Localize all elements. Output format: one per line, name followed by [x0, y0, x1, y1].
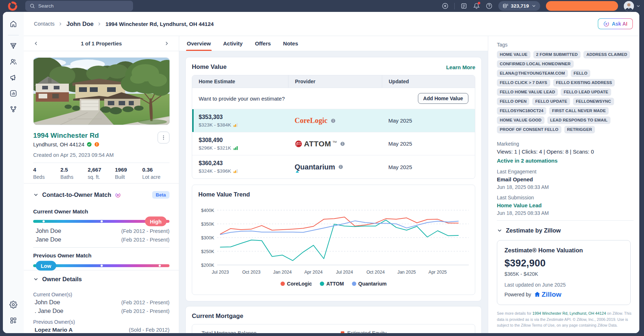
- help-icon[interactable]: [486, 3, 493, 9]
- confidence-bars-icon: [233, 123, 238, 127]
- automations-link[interactable]: Active in 2 automations: [497, 158, 634, 164]
- tag-pill[interactable]: FELLONEWSYNC: [573, 98, 614, 105]
- tag-pill[interactable]: FELLO: [571, 70, 590, 77]
- stat-baths: 2.5Baths: [61, 167, 88, 180]
- owner-name: Lopez Mario A: [35, 326, 72, 333]
- ai-sparkle-icon: [115, 192, 121, 198]
- collapse-chevron-icon[interactable]: [33, 192, 39, 198]
- sidebar-item-analytics[interactable]: [6, 87, 20, 100]
- sidebar-item-funnel[interactable]: [6, 39, 20, 53]
- property-street[interactable]: 1994 Winchester Rd: [33, 132, 100, 140]
- y-tick-label: $400K: [201, 208, 215, 213]
- tab-overview[interactable]: Overview: [187, 36, 211, 51]
- fello-logo[interactable]: [0, 1, 25, 12]
- tag-pill[interactable]: HOME VALUE GOOD: [497, 116, 544, 124]
- slider-dot: [159, 265, 161, 267]
- estimate-row-quantarium[interactable]: $360,243 $324K - $396K Quantarium: [192, 155, 475, 178]
- sidebar-item-marketing[interactable]: [6, 71, 20, 84]
- tag-pill[interactable]: FELLO EXISTING ADDRESS: [553, 79, 615, 87]
- primary-cta-button[interactable]: [546, 1, 618, 11]
- topbar-actions: 323,719: [442, 1, 644, 11]
- legend-item: ATTOM: [320, 281, 344, 287]
- tag-pill[interactable]: RETRIGGER: [564, 126, 595, 133]
- legend-dot: [281, 282, 285, 286]
- breadcrumb-contact-name[interactable]: John Doe: [66, 21, 93, 27]
- tag-pill[interactable]: FELLOSYNC18OCT24: [497, 107, 546, 115]
- tab-notes[interactable]: Notes: [283, 36, 298, 51]
- owner-row: John Doe (Feb 2012 - Present): [33, 299, 169, 306]
- tag-pill[interactable]: CONFIRMED LOCAL HOMEOWNER: [497, 60, 574, 68]
- tag-pill[interactable]: 2 FORM SUBMITTED: [533, 51, 581, 58]
- tag-pill[interactable]: LEAD RESPONDS TO EMAIL: [547, 116, 610, 124]
- current-owner-match-label: Current Owner Match: [33, 208, 169, 215]
- info-icon[interactable]: [331, 118, 336, 123]
- own-estimate-row: Want to provide your own estimate? Add H…: [192, 88, 475, 109]
- home-value-trend-card: Home Value Trend $200K$250K$300K$350K$40…: [192, 185, 475, 295]
- home-estimate-table: Home Estimate Provider Updated Want to p…: [192, 75, 475, 179]
- tag-pill[interactable]: FELLO HOME VALUE LEAD: [497, 88, 558, 96]
- tag-pill[interactable]: HOME VALUE: [497, 51, 530, 58]
- current-owner-match-slider[interactable]: High: [33, 220, 169, 223]
- estimate-range: $323K - $384K: [199, 122, 231, 128]
- add-home-value-button[interactable]: Add Home Value: [418, 93, 468, 104]
- collapse-chevron-icon[interactable]: [497, 228, 502, 233]
- gear-icon: [9, 301, 17, 309]
- owner-period: (Feb 2012 - Present): [121, 228, 169, 235]
- estimate-row-corelogic[interactable]: $353,303 $323K - $384K CoreLogic May 2: [192, 109, 475, 132]
- tag-pill[interactable]: FELLO LEAD UPDATE: [561, 88, 611, 96]
- breadcrumb-contacts[interactable]: Contacts: [34, 21, 54, 27]
- tag-pill[interactable]: FELLO OPEN: [497, 98, 529, 105]
- tag-pill[interactable]: FIRST CALL NEVER MADE: [549, 107, 609, 115]
- tab-offers[interactable]: Offers: [255, 36, 271, 51]
- slider-dot: [101, 220, 103, 222]
- confidence-bars-icon: [233, 146, 238, 150]
- owner-row: Lopez Mario A (Sold - Feb 2012): [33, 326, 169, 333]
- estimate-row-attom[interactable]: $308,490 $296K - $321K ATTOMTM: [192, 132, 475, 155]
- tag-pill[interactable]: PROOF OF CONSENT FELLO: [497, 126, 561, 133]
- last-submission-value[interactable]: Home Value Lead: [497, 202, 634, 208]
- sidebar-item-settings[interactable]: [6, 298, 20, 311]
- ask-ai-button[interactable]: Ask AI: [598, 18, 633, 29]
- collapse-chevron-icon[interactable]: [33, 277, 39, 282]
- match-section-title: Contact-to-Owner Match: [42, 191, 111, 198]
- sidebar-item-automations[interactable]: [6, 102, 20, 116]
- notifications-bell-icon[interactable]: [473, 3, 480, 9]
- estimated-equity-label: Estimated Equity: [347, 330, 387, 333]
- estimate-cell-value: $353,303 $323K - $384K: [192, 110, 288, 132]
- powered-by-label: Powered by: [504, 292, 531, 297]
- owner-name: . Jane Doe: [35, 308, 63, 314]
- disclaimer-address-link[interactable]: 1994 Winchester Rd, Lyndhurst, OH 44124: [533, 311, 606, 315]
- overview-scroll-area[interactable]: Home Value Learn More Home Estimate Prov…: [179, 51, 488, 333]
- prev-property-chevron-icon[interactable]: [33, 41, 39, 46]
- tag-pill[interactable]: ADDRESS CLAIMED: [583, 51, 630, 58]
- previous-owner-match-slider[interactable]: Low: [33, 264, 169, 267]
- avatar[interactable]: [624, 1, 634, 11]
- property-menu-button[interactable]: [158, 132, 169, 143]
- credits-menu[interactable]: 323,719: [498, 1, 540, 11]
- search-input[interactable]: Search: [25, 1, 133, 11]
- ai-discover-icon[interactable]: [442, 3, 449, 9]
- sidebar-item-apps[interactable]: [6, 314, 20, 327]
- x-tick-label: Jan 2024: [273, 270, 291, 275]
- sidebar-item-contacts[interactable]: [6, 55, 20, 68]
- x-tick-label: Apr 2024: [304, 270, 323, 275]
- info-icon[interactable]: [338, 164, 343, 169]
- learn-more-link[interactable]: Learn More: [446, 64, 475, 70]
- sidebar-divider: [8, 35, 19, 35]
- next-property-chevron-icon[interactable]: [164, 41, 169, 46]
- tab-activity[interactable]: Activity: [223, 36, 243, 51]
- tag-pill[interactable]: ELANA@THEYOUNGTEAM.COM: [497, 70, 568, 77]
- estimate-updated: May 2025: [382, 114, 475, 128]
- stat-sqft: 2,667sq. ft.: [88, 167, 115, 180]
- table-header-row: Home Estimate Provider Updated: [192, 75, 475, 88]
- tag-pill[interactable]: FELLO UPDATE: [532, 98, 570, 105]
- zillow-logo-icon: [534, 291, 541, 298]
- user-menu-chevron-icon[interactable]: [636, 4, 640, 8]
- estimate-price: $308,490: [199, 137, 282, 143]
- info-icon[interactable]: [340, 141, 345, 146]
- property-panel: 1 of 1 Properties: [24, 36, 179, 333]
- sidebar-item-home[interactable]: [6, 17, 20, 31]
- tag-pill[interactable]: FELLO CLICK > 7 DAYS: [497, 79, 550, 87]
- forms-icon[interactable]: [460, 3, 467, 9]
- x-tick-label: Oct 2024: [366, 270, 385, 275]
